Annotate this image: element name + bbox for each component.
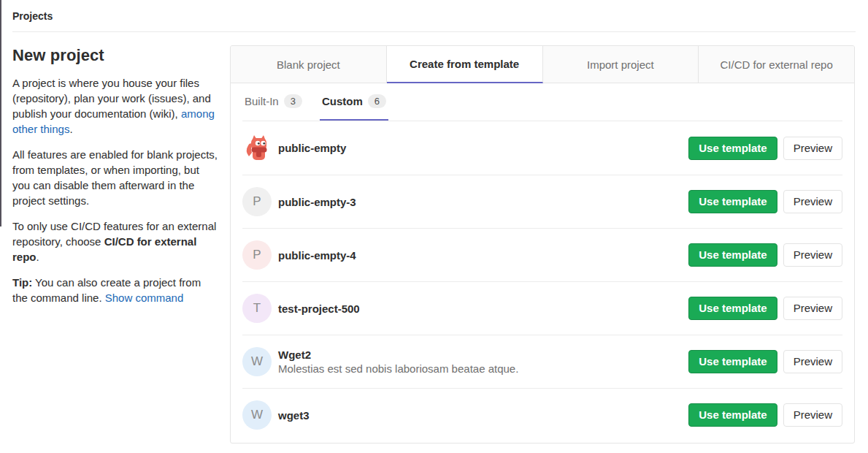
use-template-button[interactable]: Use template (688, 137, 777, 160)
template-info: Wget2 Molestias est sed nobis laboriosam… (278, 349, 518, 375)
subtab-custom-label: Custom (322, 95, 363, 107)
show-command-link[interactable]: Show command (105, 292, 184, 304)
preview-button[interactable]: Preview (783, 297, 842, 320)
template-name: public-empty (278, 142, 346, 154)
template-name: public-empty-3 (278, 196, 356, 208)
template-list: public-empty Use template Preview P publ… (242, 121, 842, 441)
project-avatar: W (242, 400, 272, 430)
template-info: public-empty-3 (278, 196, 356, 208)
tip-paragraph: Tip: You can also create a project from … (12, 275, 219, 305)
preview-button[interactable]: Preview (783, 190, 842, 213)
template-actions: Use template Preview (688, 297, 842, 320)
tab-create-from-template[interactable]: Create from template (387, 46, 543, 83)
template-actions: Use template Preview (688, 137, 842, 160)
template-actions: Use template Preview (688, 403, 842, 427)
subtab-custom[interactable]: Custom 6 (320, 83, 388, 121)
use-template-button[interactable]: Use template (688, 403, 777, 427)
template-name: wget3 (278, 409, 310, 422)
template-info: test-project-500 (278, 302, 360, 315)
template-info: public-empty-4 (278, 249, 356, 262)
template-row: T test-project-500 Use template Preview (242, 281, 842, 335)
use-template-button[interactable]: Use template (688, 190, 777, 213)
cicd-paragraph: To only use CI/CD features for an extern… (12, 218, 219, 264)
template-row: W wget3 Use template Preview (242, 388, 842, 441)
project-type-tabs: Blank project Create from template Impor… (231, 46, 854, 83)
breadcrumb[interactable]: Projects (12, 10, 53, 22)
preview-button[interactable]: Preview (783, 403, 842, 427)
template-info: wget3 (278, 409, 310, 422)
use-template-button[interactable]: Use template (688, 297, 777, 320)
template-row: W Wget2 Molestias est sed nobis laborios… (242, 335, 842, 388)
template-source-subtabs: Built-In 3 Custom 6 (242, 83, 842, 121)
template-row: P public-empty-3 Use template Preview (242, 175, 842, 228)
project-avatar: P (242, 240, 272, 270)
red-cat-avatar-icon (242, 134, 272, 163)
use-template-button[interactable]: Use template (688, 243, 777, 267)
description-column: New project A project is where you house… (12, 45, 219, 316)
preview-button[interactable]: Preview (783, 243, 842, 267)
window-edge-artifact (0, 0, 1, 226)
intro-paragraph: A project is where you house your files … (12, 75, 219, 137)
project-avatar: T (242, 294, 272, 323)
project-avatar: P (242, 187, 272, 216)
breadcrumb-bar: Projects (12, 0, 856, 32)
intro-suffix: . (69, 123, 72, 135)
tab-import-project[interactable]: Import project (543, 46, 699, 83)
built-in-count-badge: 3 (284, 94, 302, 108)
template-actions: Use template Preview (688, 350, 842, 373)
project-avatar (242, 134, 272, 163)
features-paragraph: All features are enabled for blank proje… (12, 147, 219, 208)
subtab-built-in-label: Built-In (245, 95, 279, 107)
template-actions: Use template Preview (688, 190, 842, 213)
template-description: Molestias est sed nobis laboriosam beata… (278, 362, 518, 375)
preview-button[interactable]: Preview (783, 137, 842, 160)
tab-blank-project[interactable]: Blank project (231, 46, 387, 83)
template-actions: Use template Preview (688, 243, 842, 267)
cicd-suffix: . (37, 251, 39, 263)
preview-button[interactable]: Preview (783, 350, 842, 373)
template-row: public-empty Use template Preview (242, 121, 842, 175)
main-content: New project A project is where you house… (0, 32, 868, 444)
template-row: P public-empty-4 Use template Preview (242, 228, 842, 281)
subtab-built-in[interactable]: Built-In 3 (242, 83, 304, 121)
project-avatar: W (242, 347, 272, 376)
tab-cicd-external-repo[interactable]: CI/CD for external repo (699, 46, 854, 83)
custom-count-badge: 6 (368, 94, 386, 108)
new-project-panel: Blank project Create from template Impor… (230, 45, 855, 444)
page-title: New project (12, 46, 219, 65)
tip-label: Tip: (12, 276, 32, 289)
template-name: test-project-500 (278, 302, 360, 315)
template-info: public-empty (278, 142, 346, 154)
template-name: Wget2 (278, 349, 518, 361)
use-template-button[interactable]: Use template (688, 350, 777, 373)
template-name: public-empty-4 (278, 249, 356, 262)
